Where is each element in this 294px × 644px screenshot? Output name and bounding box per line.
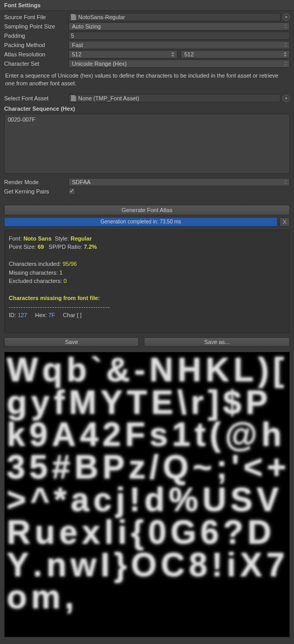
hex-value: 7F	[48, 312, 55, 318]
char-label: Char [ ]	[63, 312, 82, 318]
packing-method-value: Fast	[72, 42, 83, 48]
render-mode-dropdown[interactable]: SDFAA	[68, 178, 290, 186]
style-label: Style:	[55, 235, 69, 242]
chars-included-value: 95/96	[63, 261, 77, 267]
select-font-asset-value: None (TMP_Font Asset)	[78, 95, 139, 101]
sampling-point-size-value: Auto Sizing	[72, 23, 101, 29]
select-font-asset-label: Select Font Asset	[4, 95, 68, 101]
font-file-icon	[71, 14, 76, 20]
excluded-label: Excluded characters:	[9, 278, 62, 284]
atlas-resolution-label: Atlas Resolution	[4, 51, 68, 57]
render-mode-label: Render Mode	[4, 179, 68, 185]
character-set-dropdown[interactable]: Unicode Range (Hex)	[68, 59, 290, 68]
generation-report: Font: Noto Sans Style: Regular Point Siz…	[4, 230, 290, 333]
padding-label: Padding	[4, 33, 68, 39]
source-font-file-label: Source Font File	[4, 14, 68, 20]
id-label: ID:	[9, 312, 16, 318]
divider-dashes: ----------------------------------------…	[9, 303, 285, 311]
save-as-button[interactable]: Save as...	[144, 337, 290, 347]
save-button[interactable]: Save	[4, 337, 139, 347]
character-set-value: Unicode Range (Hex)	[72, 61, 127, 67]
atlas-height-value: 512	[184, 51, 194, 57]
chars-included-label: Characters included:	[9, 261, 61, 267]
character-sequence-input[interactable]	[4, 114, 290, 174]
settings-form: Source Font File NotoSans-Regular Sampli…	[0, 11, 294, 201]
packing-method-dropdown[interactable]: Fast	[68, 41, 290, 49]
atlas-height-dropdown[interactable]: 512	[181, 50, 290, 58]
atlas-preview: Wqb`&-NHKL)[gyfMYTE\r]$Pk9A42Fs1t(@h35#B…	[4, 352, 290, 637]
sampling-point-size-label: Sampling Point Size	[4, 23, 68, 29]
kerning-pairs-label: Get Kerning Pairs	[4, 188, 68, 194]
character-sequence-label: Character Sequence (Hex)	[4, 106, 290, 112]
render-mode-value: SDFAA	[72, 179, 91, 185]
missing-header: Characters missing from font file:	[9, 294, 285, 303]
atlas-width-value: 512	[72, 51, 81, 57]
missing-label: Missing characters:	[9, 269, 58, 276]
excluded-value: 0	[64, 278, 67, 284]
panel-title: Font Settings	[0, 0, 294, 11]
point-size-value: 69	[38, 244, 44, 250]
progress-bar: Generation completed in: 73.50 ms	[4, 217, 277, 227]
id-value: 127	[18, 312, 27, 318]
hex-label: Hex:	[35, 312, 47, 318]
source-font-file-field[interactable]: NotoSans-Regular	[68, 13, 281, 21]
ratio-value: 7.2%	[84, 244, 97, 250]
sampling-point-size-dropdown[interactable]: Auto Sizing	[68, 22, 290, 31]
source-font-file-value: NotoSans-Regular	[78, 14, 125, 20]
point-size-label: Point Size:	[9, 244, 36, 250]
font-label: Font:	[9, 235, 22, 242]
generate-button[interactable]: Generate Font Atlas	[4, 205, 290, 215]
style-value: Regular	[70, 235, 92, 242]
character-set-label: Character Set	[4, 61, 68, 67]
select-font-asset-field[interactable]: None (TMP_Font Asset)	[68, 94, 281, 102]
font-name: Noto Sans	[23, 235, 51, 242]
source-font-file-picker-icon[interactable]	[283, 13, 290, 21]
character-set-info: Enter a sequence of Unicode (hex) values…	[4, 69, 290, 93]
packing-method-label: Packing Method	[4, 42, 68, 48]
ratio-label: SP/PD Ratio:	[49, 244, 82, 250]
cancel-progress-button[interactable]: X	[280, 217, 290, 227]
atlas-width-dropdown[interactable]: 512	[68, 50, 178, 58]
kerning-pairs-checkbox[interactable]	[68, 188, 76, 195]
padding-input[interactable]: 5	[68, 32, 290, 40]
select-font-asset-picker-icon[interactable]	[283, 95, 290, 102]
missing-value: 1	[60, 269, 63, 276]
font-asset-icon	[71, 95, 76, 101]
